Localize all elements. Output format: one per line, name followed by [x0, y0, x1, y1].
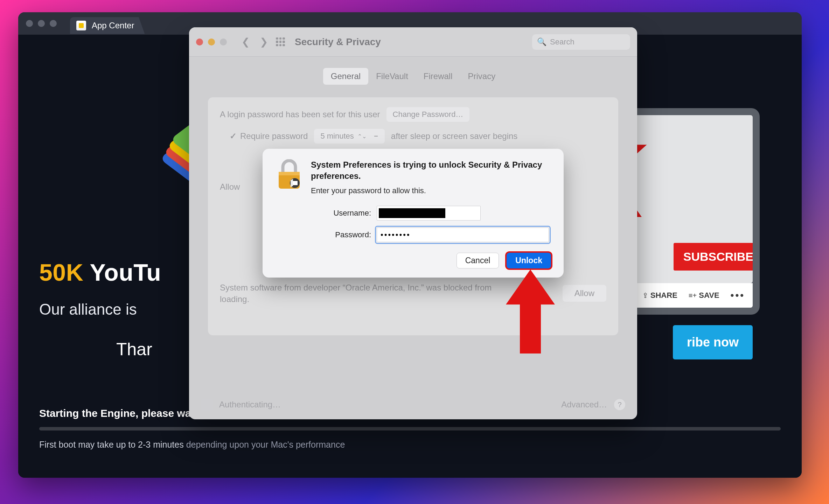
svg-rect-1: [279, 172, 300, 175]
padlock-icon: [275, 159, 303, 191]
advanced-button[interactable]: Advanced…: [561, 400, 607, 410]
annotation-arrow-icon: [506, 270, 555, 354]
zoom-dot[interactable]: [220, 38, 227, 46]
window-controls: [26, 20, 57, 27]
auth-sub: Enter your password to allow this.: [311, 186, 551, 195]
pref-search[interactable]: 🔍 Search: [532, 34, 630, 50]
password-field[interactable]: [377, 227, 549, 242]
pref-footer: Authenticating… Advanced… ?: [189, 390, 637, 419]
chevron-updown-icon: ⌃⌄: [357, 133, 367, 140]
app-center-icon: [76, 21, 86, 30]
tab-general[interactable]: General: [323, 68, 368, 85]
svg-marker-3: [291, 179, 293, 187]
change-password-button[interactable]: Change Password…: [386, 107, 470, 122]
pref-toolbar: ❮ ❯ Security & Privacy 🔍 Search: [189, 27, 637, 57]
pref-tabs: General FileVault Firewall Privacy: [323, 68, 503, 85]
progress-bar: [39, 427, 781, 430]
subscribe-badge: SUBSCRIBE: [674, 243, 753, 271]
subscribe-now-button[interactable]: ribe now: [673, 325, 753, 359]
footer-status: Authenticating…: [219, 400, 281, 410]
help-icon[interactable]: ?: [614, 399, 625, 410]
save-icon: ≡+: [689, 292, 697, 299]
login-password-text: A login password has been set for this u…: [220, 110, 380, 119]
pref-window-controls: [196, 38, 227, 46]
password-label: Password:: [305, 230, 371, 239]
back-button[interactable]: ❮: [239, 36, 251, 48]
auth-dialog: System Preferences is trying to unlock S…: [263, 149, 564, 278]
require-password-checkbox[interactable]: Require password: [230, 131, 308, 141]
tab-app-center[interactable]: App Center: [70, 17, 145, 34]
svg-rect-4: [293, 181, 298, 185]
search-icon: 🔍: [537, 37, 546, 47]
more-icon[interactable]: •••: [731, 290, 745, 301]
status-note: First boot may take up to 2-3 minutes de…: [39, 440, 781, 450]
after-sleep-text: after sleep or screen saver begins: [391, 131, 518, 141]
search-placeholder: Search: [550, 37, 574, 47]
blocked-text: System software from developer “Oracle A…: [220, 282, 493, 305]
auth-heading: System Preferences is trying to unlock S…: [311, 159, 551, 182]
pref-title: Security & Privacy: [295, 36, 381, 48]
tab-label: App Center: [92, 21, 134, 30]
username-label: Username:: [305, 209, 371, 218]
minimize-dot[interactable]: [208, 38, 215, 46]
forward-button[interactable]: ❯: [258, 36, 270, 48]
share-label[interactable]: ⇪ SHARE: [642, 291, 677, 300]
close-dot[interactable]: [196, 38, 203, 46]
zoom-dot[interactable]: [50, 20, 57, 27]
tab-filevault[interactable]: FileVault: [368, 68, 416, 85]
delay-dropdown[interactable]: 5 minutes ⌃⌄: [314, 129, 384, 144]
username-redaction: [379, 208, 445, 218]
allow-button[interactable]: Allow: [563, 285, 606, 302]
cancel-button[interactable]: Cancel: [457, 253, 499, 268]
tab-privacy[interactable]: Privacy: [460, 68, 503, 85]
unlock-button[interactable]: Unlock: [507, 253, 551, 268]
tab-firewall[interactable]: Firewall: [416, 68, 460, 85]
minimize-dot[interactable]: [38, 20, 45, 27]
all-prefs-icon[interactable]: [276, 37, 285, 47]
lock-icon[interactable]: [201, 399, 213, 411]
save-label[interactable]: ≡+ SAVE: [689, 291, 719, 300]
svg-marker-5: [506, 270, 555, 354]
share-icon: ⇪: [642, 292, 648, 299]
close-dot[interactable]: [26, 20, 33, 27]
auth-form: Username: Password:: [275, 206, 551, 242]
